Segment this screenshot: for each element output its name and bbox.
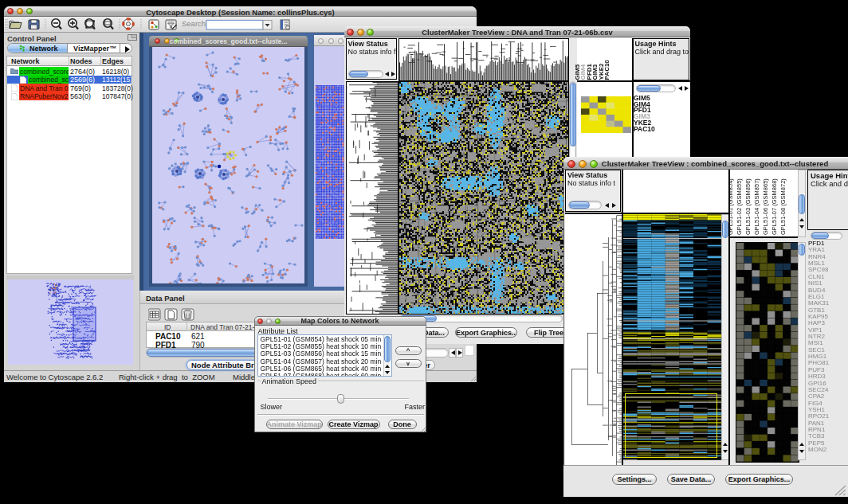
svg-text:Search:: Search:	[182, 19, 208, 28]
